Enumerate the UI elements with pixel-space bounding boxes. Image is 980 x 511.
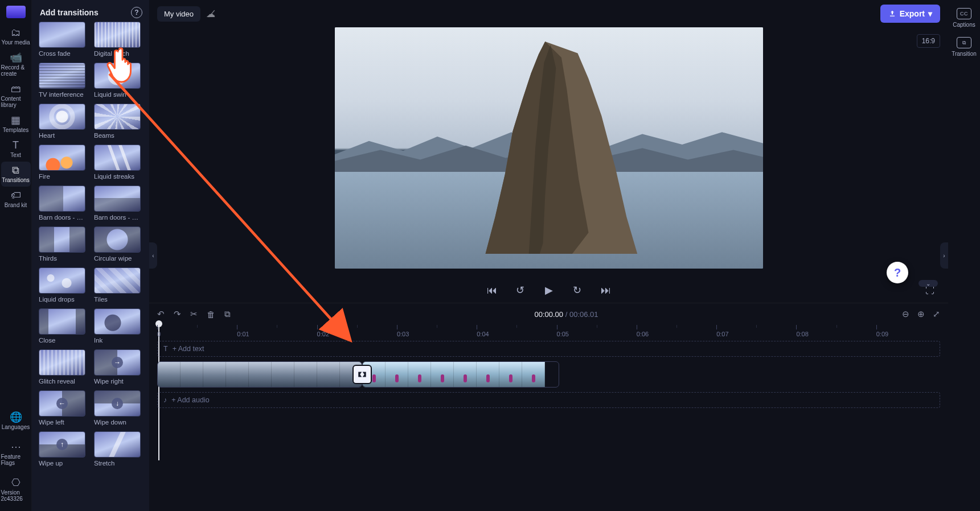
transition-label: Barn doors - ve… bbox=[39, 214, 85, 221]
split-button[interactable]: ✂ bbox=[190, 309, 198, 319]
transition-label: Digital glitch bbox=[94, 50, 141, 57]
transition-label: Liquid swirl bbox=[94, 91, 141, 98]
video-clip-2[interactable] bbox=[362, 361, 559, 388]
transition-wipe-right[interactable]: →Wipe right bbox=[94, 349, 143, 385]
video-track[interactable] bbox=[157, 361, 940, 388]
captions-tab-label: Captions bbox=[953, 22, 975, 28]
transition-label: Thirds bbox=[39, 255, 85, 262]
transition-label: Close bbox=[39, 337, 85, 344]
transition-beams[interactable]: Beams bbox=[94, 104, 143, 139]
rail-item-label: Transitions bbox=[2, 177, 30, 183]
transition-drop-target[interactable] bbox=[352, 365, 372, 384]
transition-label: Ink bbox=[94, 337, 141, 344]
audio-track[interactable]: ♪ + Add audio bbox=[157, 392, 940, 408]
transitions-scroll[interactable]: Cross fadeDigital glitchTV interferenceL… bbox=[32, 22, 149, 511]
transition-close[interactable]: Close bbox=[39, 308, 88, 344]
transition-fire[interactable]: Fire bbox=[39, 145, 88, 180]
panel-help-icon[interactable]: ? bbox=[131, 7, 142, 18]
add-text-label: + Add text bbox=[173, 345, 204, 353]
transition-tiles[interactable]: Tiles bbox=[94, 267, 143, 303]
rail-item-label: Brand kit bbox=[5, 202, 27, 208]
timeline-toolbar: ↶ ↷ ✂ 🗑 ⧉ 00:00.00 / 00:06.01 ⊖ ⊕ ⤢ bbox=[149, 303, 948, 325]
timeline-collapse-handle[interactable]: ⌄ bbox=[919, 280, 938, 287]
transition-barn-doors-ve-[interactable]: Barn doors - ve… bbox=[39, 186, 88, 221]
rail-icon: 🗂 bbox=[11, 27, 21, 38]
transition-circular-wipe[interactable]: Circular wipe bbox=[94, 226, 143, 262]
export-button-label: Export bbox=[900, 9, 925, 18]
transition-label: Wipe down bbox=[94, 419, 141, 426]
play-button[interactable]: ▶ bbox=[542, 284, 556, 296]
timeline-timecode: 00:00.00 / 00:06.01 bbox=[534, 310, 598, 319]
transition-wipe-up[interactable]: ↑Wipe up bbox=[39, 431, 88, 467]
transition-properties-tab[interactable]: ⧉ Transition bbox=[952, 37, 977, 57]
add-audio-label: + Add audio bbox=[171, 396, 209, 404]
transition-ink[interactable]: Ink bbox=[94, 308, 143, 344]
forward-button[interactable]: ↻ bbox=[571, 284, 584, 296]
transition-label: Liquid streaks bbox=[94, 173, 141, 180]
rail-item-your-media[interactable]: 🗂Your media bbox=[1, 24, 31, 49]
rail-item-label: Record & create bbox=[1, 64, 31, 77]
fit-zoom-button[interactable]: ⤢ bbox=[933, 309, 940, 319]
rail-item-text[interactable]: TText bbox=[1, 137, 31, 162]
transition-thirds[interactable]: Thirds bbox=[39, 226, 88, 262]
rail-icon: ⧉ bbox=[12, 165, 19, 175]
transition-label: Wipe up bbox=[39, 460, 85, 467]
text-track[interactable]: T + Add text bbox=[157, 341, 940, 357]
transition-stretch[interactable]: Stretch bbox=[94, 431, 143, 467]
transition-liquid-drops[interactable]: Liquid drops bbox=[39, 267, 88, 303]
delete-button[interactable]: 🗑 bbox=[207, 310, 215, 319]
rail-item-content-library[interactable]: 🗃Content library bbox=[1, 80, 31, 112]
skip-end-button[interactable]: ⏭ bbox=[599, 285, 613, 296]
transition-digital-glitch[interactable]: Digital glitch bbox=[94, 22, 143, 57]
zoom-out-button[interactable]: ⊖ bbox=[902, 309, 909, 319]
transition-label: Wipe left bbox=[39, 419, 85, 426]
transition-liquid-swirl[interactable]: Liquid swirl bbox=[94, 63, 143, 98]
rewind-button[interactable]: ↺ bbox=[514, 284, 527, 296]
project-name-chip[interactable]: My video bbox=[157, 6, 200, 22]
rail-item-label: Templates bbox=[3, 127, 29, 133]
transition-tv-interference[interactable]: TV interference bbox=[39, 63, 88, 98]
rail-bottom-languages[interactable]: 🌐Languages bbox=[1, 409, 31, 434]
transition-label: Wipe right bbox=[94, 378, 141, 385]
transition-heart[interactable]: Heart bbox=[39, 104, 88, 139]
rail-item-templates[interactable]: ▦Templates bbox=[1, 112, 31, 137]
rail-item-brand-kit[interactable]: 🏷Brand kit bbox=[1, 187, 31, 212]
right-tool-rail: CC Captions ⧉ Transition bbox=[948, 0, 980, 511]
aspect-ratio-selector[interactable]: 16:9 bbox=[917, 34, 940, 48]
rail-item-record-create[interactable]: 📹Record & create bbox=[1, 49, 31, 80]
rail-bottom-feature-flags[interactable]: ⋯Feature Flags bbox=[1, 438, 31, 469]
rail-item-transitions[interactable]: ⧉Transitions bbox=[1, 162, 31, 187]
workspace: ‹ › My video ☁̸ Export ▾ 16:9 bbox=[149, 0, 948, 511]
transition-cross-fade[interactable]: Cross fade bbox=[39, 22, 88, 57]
redo-button[interactable]: ↷ bbox=[174, 309, 181, 319]
transition-label: TV interference bbox=[39, 91, 85, 98]
timeline-ruler[interactable]: 00:010:020:030:040:050:060:070:080:09 bbox=[157, 325, 940, 341]
rail-item-label: Your media bbox=[1, 39, 30, 46]
transition-tab-label: Transition bbox=[952, 51, 977, 57]
rail-item-label: Feature Flags bbox=[1, 454, 31, 466]
transition-wipe-left[interactable]: ←Wipe left bbox=[39, 390, 88, 426]
transition-wipe-down[interactable]: ↓Wipe down bbox=[94, 390, 143, 426]
transition-label: Cross fade bbox=[39, 50, 85, 57]
rail-bottom-version-c-[interactable]: ⎔Version 2c43326 bbox=[1, 474, 31, 505]
transition-barn-doors-h-[interactable]: Barn doors - h… bbox=[94, 186, 143, 221]
fullscreen-button[interactable]: ⛶ bbox=[925, 286, 934, 296]
export-button[interactable]: Export ▾ bbox=[880, 5, 940, 23]
video-clip-1[interactable] bbox=[157, 361, 362, 388]
cloud-offline-icon: ☁̸ bbox=[206, 9, 215, 19]
transition-label: Stretch bbox=[94, 460, 141, 467]
app-logo bbox=[6, 6, 26, 18]
rail-icon: 🏷 bbox=[11, 190, 21, 200]
captions-tab[interactable]: CC Captions bbox=[953, 8, 975, 28]
left-tool-rail: 🗂Your media📹Record & create🗃Content libr… bbox=[0, 0, 32, 511]
video-preview-canvas[interactable] bbox=[335, 27, 763, 269]
transition-label: Liquid drops bbox=[39, 296, 85, 303]
transition-glitch-reveal[interactable]: Glitch reveal bbox=[39, 349, 88, 385]
help-fab-button[interactable]: ? bbox=[887, 262, 908, 283]
skip-start-button[interactable]: ⏮ bbox=[485, 285, 499, 296]
zoom-in-button[interactable]: ⊕ bbox=[917, 309, 925, 319]
undo-button[interactable]: ↶ bbox=[157, 309, 165, 319]
duplicate-button[interactable]: ⧉ bbox=[224, 309, 231, 319]
transition-liquid-streaks[interactable]: Liquid streaks bbox=[94, 145, 143, 180]
rail-icon: 📹 bbox=[10, 52, 22, 63]
